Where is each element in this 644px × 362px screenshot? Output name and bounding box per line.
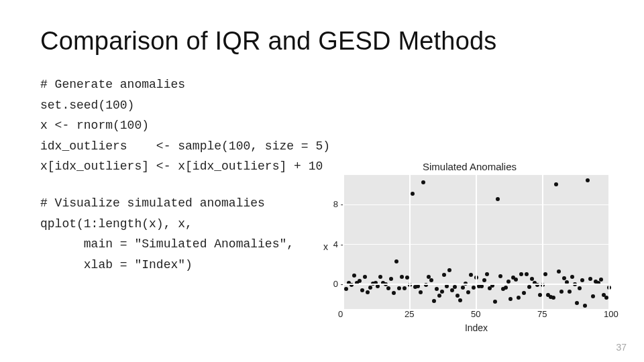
data-point xyxy=(578,286,582,290)
data-point xyxy=(568,290,572,294)
data-point xyxy=(588,277,592,281)
chart-title: Simulated Anomalies xyxy=(322,161,617,172)
data-point xyxy=(485,272,489,276)
data-point xyxy=(482,278,486,282)
data-point xyxy=(493,300,497,304)
data-point xyxy=(514,278,518,282)
data-point xyxy=(453,285,457,289)
data-point xyxy=(455,294,460,298)
y-axis-ticks: 0 -4 -8 - xyxy=(322,175,343,309)
scatter-chart: Simulated Anomalies x 0 -4 -8 - 02550751… xyxy=(322,161,617,335)
data-point xyxy=(530,277,534,281)
data-point xyxy=(419,290,423,294)
data-point xyxy=(519,272,523,276)
data-point xyxy=(599,278,603,282)
slide-body: Comparison of IQR and GESD Methods # Gen… xyxy=(0,0,644,362)
x-axis-ticks: 0255075100 xyxy=(343,309,609,321)
x-tick: 100 xyxy=(604,309,619,319)
data-point xyxy=(517,296,521,300)
data-point xyxy=(368,286,372,290)
data-point xyxy=(386,286,390,290)
data-point xyxy=(570,275,574,279)
data-point xyxy=(400,275,404,279)
data-point xyxy=(557,269,561,274)
data-point xyxy=(583,304,587,308)
y-tick: 0 - xyxy=(333,279,343,289)
x-tick: 0 xyxy=(338,309,343,319)
data-point xyxy=(394,259,398,263)
data-point xyxy=(411,192,415,196)
data-point xyxy=(432,299,436,303)
data-point xyxy=(543,272,547,276)
plot-area xyxy=(343,175,609,309)
data-point xyxy=(538,293,542,297)
data-point xyxy=(366,290,370,294)
data-point xyxy=(405,276,409,280)
data-point xyxy=(378,275,382,279)
data-point xyxy=(440,290,444,294)
data-point xyxy=(360,288,364,292)
data-point xyxy=(466,290,470,294)
x-tick: 50 xyxy=(471,309,480,319)
data-point xyxy=(508,297,513,301)
data-point xyxy=(437,294,441,298)
data-point xyxy=(392,291,396,295)
data-point xyxy=(496,197,500,201)
data-point xyxy=(435,287,439,291)
x-axis-label: Index xyxy=(343,322,609,333)
data-point xyxy=(389,277,393,281)
data-point xyxy=(344,287,348,291)
x-tick: 25 xyxy=(405,309,414,319)
data-point xyxy=(429,278,433,282)
data-point xyxy=(402,286,407,290)
data-point xyxy=(442,273,446,277)
data-point xyxy=(472,286,476,290)
data-point xyxy=(522,291,526,295)
page-number: 37 xyxy=(616,342,627,353)
y-tick: 8 - xyxy=(333,199,343,209)
y-tick: 4 - xyxy=(333,239,343,249)
data-point xyxy=(562,276,566,280)
data-point xyxy=(527,285,531,289)
data-point xyxy=(498,274,502,278)
data-point xyxy=(604,296,608,300)
slide-title: Comparison of IQR and GESD Methods xyxy=(40,27,604,56)
data-point xyxy=(352,274,356,278)
data-point xyxy=(525,272,529,276)
data-point xyxy=(559,290,564,294)
data-point xyxy=(421,180,425,184)
x-tick: 75 xyxy=(537,309,547,319)
data-point xyxy=(358,279,362,283)
data-point xyxy=(580,278,584,282)
data-point xyxy=(504,286,508,290)
data-point xyxy=(376,284,380,288)
data-point xyxy=(591,294,595,298)
data-point xyxy=(363,275,367,279)
data-point xyxy=(469,273,473,277)
data-point xyxy=(458,298,462,302)
data-point xyxy=(447,268,451,272)
data-point xyxy=(586,178,590,182)
data-point xyxy=(554,182,558,186)
data-point xyxy=(551,296,555,300)
data-point xyxy=(461,286,465,290)
data-point xyxy=(575,301,579,305)
data-point xyxy=(397,286,401,290)
data-point xyxy=(480,284,484,288)
